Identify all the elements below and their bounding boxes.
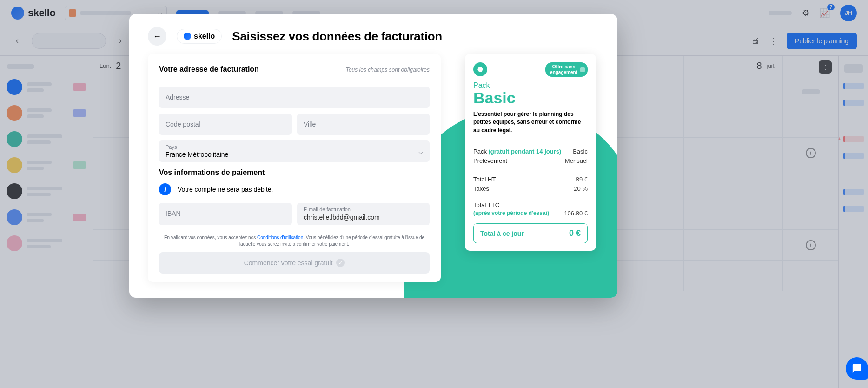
plan-logo-icon [473,62,487,76]
offer-badge: Offre sans engagement [545,62,588,77]
modal-logo: skello [177,29,222,44]
billing-form-card: Votre adresse de facturation Tous les ch… [148,54,441,282]
modal-header: ← skello Saisissez vos données de factur… [129,14,617,54]
section-title: Votre adresse de facturation [159,65,259,74]
summary-row-taxes: Taxes 20 % [473,185,588,192]
terms-link[interactable]: Conditions d'utilisation. [257,235,305,240]
address-input[interactable] [166,94,423,101]
chat-button[interactable] [846,357,868,380]
divider [473,170,588,170]
section-title: Vos informations de paiement [159,168,430,177]
total-today-box: Total à ce jour 0 € [473,223,588,243]
pack-description: L'essentiel pour gérer le planning des p… [473,110,588,134]
logo-mark-icon [184,33,191,40]
modal-logo-text: skello [194,32,215,40]
city-input[interactable] [304,120,423,128]
summary-header: Offre sans engagement [473,62,588,77]
mandatory-note: Tous les champs sont obligatoires [346,67,430,73]
legal-text: En validant vos données, vous acceptez n… [159,234,430,248]
billing-address-header: Votre adresse de facturation Tous les ch… [159,65,430,80]
billing-email-field[interactable]: E-mail de facturation [297,203,430,225]
email-input[interactable] [304,214,423,221]
city-field[interactable] [297,114,430,135]
billing-modal: ← skello Saisissez vos données de factur… [129,14,617,298]
modal-body: Votre adresse de facturation Tous les ch… [129,54,617,295]
divider [473,142,588,142]
country-label: Pays [166,144,423,150]
summary-row-after-trial: (après votre période d'essai) 106.80 € [473,210,588,217]
check-icon: ✓ [336,259,345,267]
info-banner: i Votre compte ne sera pas débité. [159,183,430,195]
summary-row-ht: Total HT 89 € [473,176,588,183]
postal-input[interactable] [166,120,285,128]
address-field[interactable] [159,87,430,108]
summary-row-pack: Pack (gratuit pendant 14 jours) Basic [473,148,588,155]
back-button[interactable]: ← [148,27,166,46]
country-select[interactable]: Pays France Métropolitaine ⌵ [159,140,430,162]
info-icon: i [159,183,171,195]
chat-icon [852,363,862,374]
start-trial-button[interactable]: Commencer votre essai gratuit ✓ [159,252,430,274]
modal-title: Saisissez vos données de facturation [232,29,442,44]
plan-summary-card: Offre sans engagement Pack Basic L'essen… [465,54,596,251]
postal-field[interactable] [159,114,292,135]
iban-input[interactable] [166,210,285,217]
email-label: E-mail de facturation [304,207,423,212]
summary-row-period: Prélèvement Mensuel [473,157,588,164]
submit-label: Commencer votre essai gratuit [244,259,333,267]
summary-row-ttc: Total TTC [473,201,588,208]
pack-name: Basic [473,90,588,106]
info-text: Votre compte ne sera pas débité. [178,186,273,193]
arrow-left-icon: ← [153,32,161,41]
country-value: France Métropolitaine [166,151,423,158]
iban-field[interactable] [159,203,292,225]
